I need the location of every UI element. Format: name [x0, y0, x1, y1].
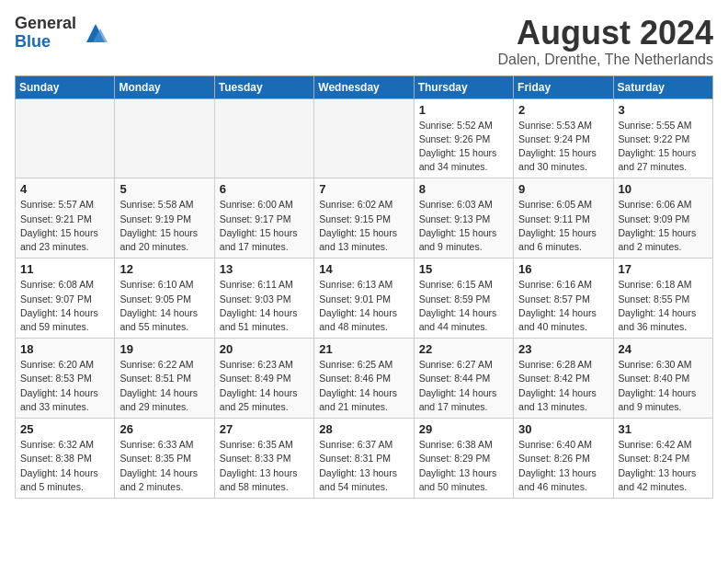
calendar-cell: 22Sunrise: 6:27 AM Sunset: 8:44 PM Dayli…	[414, 339, 513, 419]
calendar-cell: 28Sunrise: 6:37 AM Sunset: 8:31 PM Dayli…	[314, 419, 414, 499]
day-info: Sunrise: 6:08 AM Sunset: 9:07 PM Dayligh…	[20, 278, 109, 334]
title-area: August 2024 Dalen, Drenthe, The Netherla…	[497, 15, 713, 68]
page-header: General Blue August 2024 Dalen, Drenthe,…	[15, 15, 713, 68]
calendar-cell: 30Sunrise: 6:40 AM Sunset: 8:26 PM Dayli…	[514, 419, 613, 499]
calendar-cell: 15Sunrise: 6:15 AM Sunset: 8:59 PM Dayli…	[414, 259, 513, 339]
calendar-cell: 12Sunrise: 6:10 AM Sunset: 9:05 PM Dayli…	[115, 259, 214, 339]
day-number: 31	[619, 422, 708, 436]
calendar-cell: 1Sunrise: 5:52 AM Sunset: 9:26 PM Daylig…	[414, 98, 513, 178]
day-info: Sunrise: 6:00 AM Sunset: 9:17 PM Dayligh…	[220, 198, 309, 254]
location-title: Dalen, Drenthe, The Netherlands	[497, 52, 713, 68]
day-number: 2	[518, 103, 608, 117]
month-title: August 2024	[497, 15, 713, 52]
day-info: Sunrise: 6:13 AM Sunset: 9:01 PM Dayligh…	[319, 278, 408, 334]
calendar-cell: 25Sunrise: 6:32 AM Sunset: 8:38 PM Dayli…	[16, 419, 115, 499]
weekday-header-saturday: Saturday	[613, 75, 712, 98]
day-info: Sunrise: 6:10 AM Sunset: 9:05 PM Dayligh…	[119, 278, 209, 334]
day-number: 7	[319, 182, 408, 196]
weekday-header-row: SundayMondayTuesdayWednesdayThursdayFrid…	[16, 75, 713, 98]
day-number: 26	[119, 422, 209, 436]
day-number: 5	[119, 182, 209, 196]
calendar-cell: 8Sunrise: 6:03 AM Sunset: 9:13 PM Daylig…	[414, 178, 513, 259]
calendar-cell: 4Sunrise: 5:57 AM Sunset: 9:21 PM Daylig…	[16, 178, 115, 259]
calendar-cell: 7Sunrise: 6:02 AM Sunset: 9:15 PM Daylig…	[314, 178, 414, 259]
day-info: Sunrise: 6:28 AM Sunset: 8:42 PM Dayligh…	[518, 358, 608, 414]
day-info: Sunrise: 6:32 AM Sunset: 8:38 PM Dayligh…	[20, 438, 109, 494]
day-info: Sunrise: 6:27 AM Sunset: 8:44 PM Dayligh…	[419, 358, 508, 414]
day-info: Sunrise: 6:33 AM Sunset: 8:35 PM Dayligh…	[119, 438, 209, 494]
calendar-cell: 10Sunrise: 6:06 AM Sunset: 9:09 PM Dayli…	[613, 178, 712, 259]
day-number: 29	[419, 422, 508, 436]
day-number: 15	[419, 262, 508, 276]
calendar-cell: 11Sunrise: 6:08 AM Sunset: 9:07 PM Dayli…	[16, 259, 115, 339]
day-number: 3	[619, 103, 708, 117]
day-info: Sunrise: 6:40 AM Sunset: 8:26 PM Dayligh…	[518, 438, 608, 494]
day-info: Sunrise: 6:06 AM Sunset: 9:09 PM Dayligh…	[619, 198, 708, 254]
weekday-header-wednesday: Wednesday	[314, 75, 414, 98]
calendar-cell: 18Sunrise: 6:20 AM Sunset: 8:53 PM Dayli…	[16, 339, 115, 419]
day-number: 12	[119, 262, 209, 276]
day-info: Sunrise: 6:35 AM Sunset: 8:33 PM Dayligh…	[220, 438, 309, 494]
calendar-cell: 19Sunrise: 6:22 AM Sunset: 8:51 PM Dayli…	[115, 339, 214, 419]
calendar-cell	[16, 98, 115, 178]
day-number: 9	[518, 182, 608, 196]
day-info: Sunrise: 6:03 AM Sunset: 9:13 PM Dayligh…	[419, 198, 508, 254]
day-number: 13	[220, 262, 309, 276]
calendar-cell: 23Sunrise: 6:28 AM Sunset: 8:42 PM Dayli…	[514, 339, 613, 419]
day-info: Sunrise: 5:55 AM Sunset: 9:22 PM Dayligh…	[619, 119, 708, 175]
weekday-header-thursday: Thursday	[414, 75, 513, 98]
logo: General Blue	[15, 15, 109, 52]
day-info: Sunrise: 6:30 AM Sunset: 8:40 PM Dayligh…	[619, 358, 708, 414]
calendar-cell: 2Sunrise: 5:53 AM Sunset: 9:24 PM Daylig…	[514, 98, 613, 178]
calendar-cell: 17Sunrise: 6:18 AM Sunset: 8:55 PM Dayli…	[613, 259, 712, 339]
calendar-cell: 24Sunrise: 6:30 AM Sunset: 8:40 PM Dayli…	[613, 339, 712, 419]
calendar-cell	[214, 98, 313, 178]
day-info: Sunrise: 5:53 AM Sunset: 9:24 PM Dayligh…	[518, 119, 608, 175]
calendar-cell: 20Sunrise: 6:23 AM Sunset: 8:49 PM Dayli…	[214, 339, 313, 419]
day-number: 20	[220, 342, 309, 356]
calendar-cell: 26Sunrise: 6:33 AM Sunset: 8:35 PM Dayli…	[115, 419, 214, 499]
calendar-cell: 27Sunrise: 6:35 AM Sunset: 8:33 PM Dayli…	[214, 419, 313, 499]
day-number: 16	[518, 262, 608, 276]
day-info: Sunrise: 6:16 AM Sunset: 8:57 PM Dayligh…	[518, 278, 608, 334]
day-number: 27	[220, 422, 309, 436]
weekday-header-monday: Monday	[115, 75, 214, 98]
day-info: Sunrise: 6:20 AM Sunset: 8:53 PM Dayligh…	[20, 358, 109, 414]
weekday-header-friday: Friday	[514, 75, 613, 98]
week-row-2: 4Sunrise: 5:57 AM Sunset: 9:21 PM Daylig…	[16, 178, 713, 259]
day-info: Sunrise: 6:15 AM Sunset: 8:59 PM Dayligh…	[419, 278, 508, 334]
day-number: 10	[619, 182, 708, 196]
day-number: 28	[319, 422, 408, 436]
day-number: 6	[220, 182, 309, 196]
day-info: Sunrise: 6:05 AM Sunset: 9:11 PM Dayligh…	[518, 198, 608, 254]
calendar-table: SundayMondayTuesdayWednesdayThursdayFrid…	[15, 75, 713, 499]
calendar-cell: 6Sunrise: 6:00 AM Sunset: 9:17 PM Daylig…	[214, 178, 313, 259]
day-info: Sunrise: 6:11 AM Sunset: 9:03 PM Dayligh…	[220, 278, 309, 334]
day-number: 21	[319, 342, 408, 356]
day-info: Sunrise: 5:58 AM Sunset: 9:19 PM Dayligh…	[119, 198, 209, 254]
week-row-1: 1Sunrise: 5:52 AM Sunset: 9:26 PM Daylig…	[16, 98, 713, 178]
weekday-header-tuesday: Tuesday	[214, 75, 313, 98]
calendar-cell: 3Sunrise: 5:55 AM Sunset: 9:22 PM Daylig…	[613, 98, 712, 178]
calendar-cell: 9Sunrise: 6:05 AM Sunset: 9:11 PM Daylig…	[514, 178, 613, 259]
day-number: 1	[419, 103, 508, 117]
calendar-cell: 5Sunrise: 5:58 AM Sunset: 9:19 PM Daylig…	[115, 178, 214, 259]
calendar-cell: 29Sunrise: 6:38 AM Sunset: 8:29 PM Dayli…	[414, 419, 513, 499]
day-info: Sunrise: 6:02 AM Sunset: 9:15 PM Dayligh…	[319, 198, 408, 254]
calendar-cell: 14Sunrise: 6:13 AM Sunset: 9:01 PM Dayli…	[314, 259, 414, 339]
day-info: Sunrise: 6:22 AM Sunset: 8:51 PM Dayligh…	[119, 358, 209, 414]
day-number: 11	[20, 262, 109, 276]
calendar-cell: 21Sunrise: 6:25 AM Sunset: 8:46 PM Dayli…	[314, 339, 414, 419]
week-row-3: 11Sunrise: 6:08 AM Sunset: 9:07 PM Dayli…	[16, 259, 713, 339]
logo-icon	[82, 19, 109, 47]
calendar-cell	[115, 98, 214, 178]
day-number: 23	[518, 342, 608, 356]
day-number: 4	[20, 182, 109, 196]
day-number: 19	[119, 342, 209, 356]
weekday-header-sunday: Sunday	[16, 75, 115, 98]
calendar-cell: 31Sunrise: 6:42 AM Sunset: 8:24 PM Dayli…	[613, 419, 712, 499]
logo-general-text: General	[15, 15, 76, 33]
day-info: Sunrise: 5:52 AM Sunset: 9:26 PM Dayligh…	[419, 119, 508, 175]
day-info: Sunrise: 6:42 AM Sunset: 8:24 PM Dayligh…	[619, 438, 708, 494]
day-info: Sunrise: 5:57 AM Sunset: 9:21 PM Dayligh…	[20, 198, 109, 254]
